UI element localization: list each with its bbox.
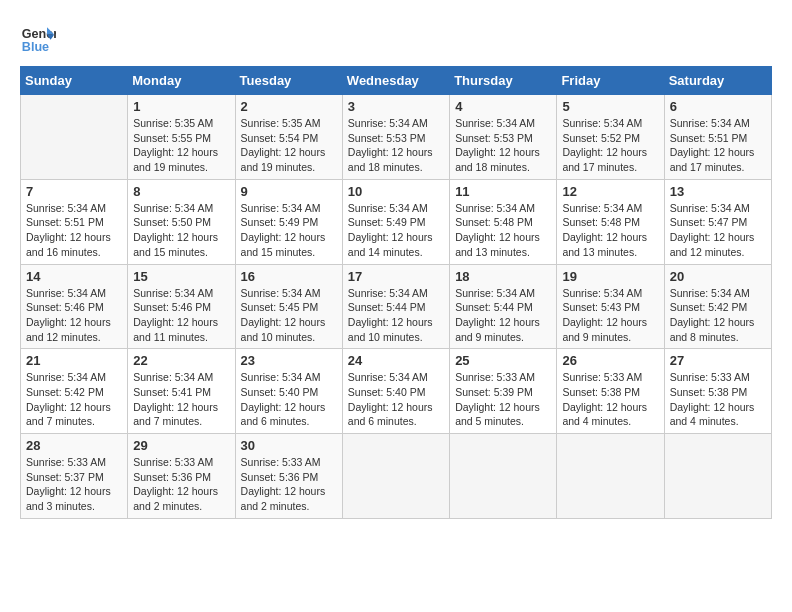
cell-sun-info: Sunrise: 5:34 AMSunset: 5:42 PMDaylight:… bbox=[670, 286, 766, 345]
week-row-2: 14Sunrise: 5:34 AMSunset: 5:46 PMDayligh… bbox=[21, 264, 772, 349]
calendar-cell: 20Sunrise: 5:34 AMSunset: 5:42 PMDayligh… bbox=[664, 264, 771, 349]
calendar-cell: 2Sunrise: 5:35 AMSunset: 5:54 PMDaylight… bbox=[235, 95, 342, 180]
day-number: 19 bbox=[562, 269, 658, 284]
cell-sun-info: Sunrise: 5:34 AMSunset: 5:51 PMDaylight:… bbox=[670, 116, 766, 175]
cell-sun-info: Sunrise: 5:34 AMSunset: 5:53 PMDaylight:… bbox=[455, 116, 551, 175]
calendar-cell: 13Sunrise: 5:34 AMSunset: 5:47 PMDayligh… bbox=[664, 179, 771, 264]
cell-sun-info: Sunrise: 5:34 AMSunset: 5:40 PMDaylight:… bbox=[348, 370, 444, 429]
calendar-cell bbox=[21, 95, 128, 180]
weekday-header-saturday: Saturday bbox=[664, 67, 771, 95]
day-number: 2 bbox=[241, 99, 337, 114]
cell-sun-info: Sunrise: 5:33 AMSunset: 5:38 PMDaylight:… bbox=[670, 370, 766, 429]
weekday-header-friday: Friday bbox=[557, 67, 664, 95]
cell-sun-info: Sunrise: 5:35 AMSunset: 5:55 PMDaylight:… bbox=[133, 116, 229, 175]
calendar-cell: 19Sunrise: 5:34 AMSunset: 5:43 PMDayligh… bbox=[557, 264, 664, 349]
cell-sun-info: Sunrise: 5:34 AMSunset: 5:41 PMDaylight:… bbox=[133, 370, 229, 429]
day-number: 26 bbox=[562, 353, 658, 368]
calendar-table: SundayMondayTuesdayWednesdayThursdayFrid… bbox=[20, 66, 772, 519]
cell-sun-info: Sunrise: 5:34 AMSunset: 5:43 PMDaylight:… bbox=[562, 286, 658, 345]
calendar-cell bbox=[557, 434, 664, 519]
calendar-cell: 30Sunrise: 5:33 AMSunset: 5:36 PMDayligh… bbox=[235, 434, 342, 519]
calendar-cell: 18Sunrise: 5:34 AMSunset: 5:44 PMDayligh… bbox=[450, 264, 557, 349]
day-number: 24 bbox=[348, 353, 444, 368]
day-number: 10 bbox=[348, 184, 444, 199]
day-number: 21 bbox=[26, 353, 122, 368]
calendar-cell: 6Sunrise: 5:34 AMSunset: 5:51 PMDaylight… bbox=[664, 95, 771, 180]
calendar-cell: 28Sunrise: 5:33 AMSunset: 5:37 PMDayligh… bbox=[21, 434, 128, 519]
day-number: 14 bbox=[26, 269, 122, 284]
cell-sun-info: Sunrise: 5:33 AMSunset: 5:36 PMDaylight:… bbox=[241, 455, 337, 514]
calendar-cell: 29Sunrise: 5:33 AMSunset: 5:36 PMDayligh… bbox=[128, 434, 235, 519]
cell-sun-info: Sunrise: 5:34 AMSunset: 5:45 PMDaylight:… bbox=[241, 286, 337, 345]
cell-sun-info: Sunrise: 5:34 AMSunset: 5:50 PMDaylight:… bbox=[133, 201, 229, 260]
day-number: 23 bbox=[241, 353, 337, 368]
cell-sun-info: Sunrise: 5:34 AMSunset: 5:48 PMDaylight:… bbox=[562, 201, 658, 260]
calendar-cell: 21Sunrise: 5:34 AMSunset: 5:42 PMDayligh… bbox=[21, 349, 128, 434]
calendar-cell: 12Sunrise: 5:34 AMSunset: 5:48 PMDayligh… bbox=[557, 179, 664, 264]
calendar-cell bbox=[342, 434, 449, 519]
logo: General Blue bbox=[20, 20, 60, 56]
cell-sun-info: Sunrise: 5:33 AMSunset: 5:37 PMDaylight:… bbox=[26, 455, 122, 514]
weekday-header-thursday: Thursday bbox=[450, 67, 557, 95]
cell-sun-info: Sunrise: 5:34 AMSunset: 5:46 PMDaylight:… bbox=[26, 286, 122, 345]
calendar-cell: 8Sunrise: 5:34 AMSunset: 5:50 PMDaylight… bbox=[128, 179, 235, 264]
cell-sun-info: Sunrise: 5:34 AMSunset: 5:44 PMDaylight:… bbox=[348, 286, 444, 345]
calendar-cell: 1Sunrise: 5:35 AMSunset: 5:55 PMDaylight… bbox=[128, 95, 235, 180]
calendar-cell: 5Sunrise: 5:34 AMSunset: 5:52 PMDaylight… bbox=[557, 95, 664, 180]
calendar-cell: 25Sunrise: 5:33 AMSunset: 5:39 PMDayligh… bbox=[450, 349, 557, 434]
day-number: 9 bbox=[241, 184, 337, 199]
calendar-cell bbox=[450, 434, 557, 519]
day-number: 7 bbox=[26, 184, 122, 199]
cell-sun-info: Sunrise: 5:35 AMSunset: 5:54 PMDaylight:… bbox=[241, 116, 337, 175]
day-number: 11 bbox=[455, 184, 551, 199]
calendar-cell: 17Sunrise: 5:34 AMSunset: 5:44 PMDayligh… bbox=[342, 264, 449, 349]
day-number: 6 bbox=[670, 99, 766, 114]
day-number: 12 bbox=[562, 184, 658, 199]
calendar-cell: 7Sunrise: 5:34 AMSunset: 5:51 PMDaylight… bbox=[21, 179, 128, 264]
day-number: 25 bbox=[455, 353, 551, 368]
day-number: 16 bbox=[241, 269, 337, 284]
calendar-cell: 23Sunrise: 5:34 AMSunset: 5:40 PMDayligh… bbox=[235, 349, 342, 434]
calendar-cell: 3Sunrise: 5:34 AMSunset: 5:53 PMDaylight… bbox=[342, 95, 449, 180]
calendar-cell: 26Sunrise: 5:33 AMSunset: 5:38 PMDayligh… bbox=[557, 349, 664, 434]
calendar-cell: 15Sunrise: 5:34 AMSunset: 5:46 PMDayligh… bbox=[128, 264, 235, 349]
day-number: 5 bbox=[562, 99, 658, 114]
weekday-header-monday: Monday bbox=[128, 67, 235, 95]
cell-sun-info: Sunrise: 5:33 AMSunset: 5:38 PMDaylight:… bbox=[562, 370, 658, 429]
calendar-cell: 27Sunrise: 5:33 AMSunset: 5:38 PMDayligh… bbox=[664, 349, 771, 434]
day-number: 1 bbox=[133, 99, 229, 114]
day-number: 17 bbox=[348, 269, 444, 284]
cell-sun-info: Sunrise: 5:34 AMSunset: 5:42 PMDaylight:… bbox=[26, 370, 122, 429]
logo-icon: General Blue bbox=[20, 20, 56, 56]
cell-sun-info: Sunrise: 5:34 AMSunset: 5:47 PMDaylight:… bbox=[670, 201, 766, 260]
calendar-cell: 14Sunrise: 5:34 AMSunset: 5:46 PMDayligh… bbox=[21, 264, 128, 349]
calendar-cell: 9Sunrise: 5:34 AMSunset: 5:49 PMDaylight… bbox=[235, 179, 342, 264]
day-number: 27 bbox=[670, 353, 766, 368]
week-row-0: 1Sunrise: 5:35 AMSunset: 5:55 PMDaylight… bbox=[21, 95, 772, 180]
cell-sun-info: Sunrise: 5:34 AMSunset: 5:40 PMDaylight:… bbox=[241, 370, 337, 429]
week-row-3: 21Sunrise: 5:34 AMSunset: 5:42 PMDayligh… bbox=[21, 349, 772, 434]
day-number: 30 bbox=[241, 438, 337, 453]
calendar-cell: 11Sunrise: 5:34 AMSunset: 5:48 PMDayligh… bbox=[450, 179, 557, 264]
day-number: 22 bbox=[133, 353, 229, 368]
day-number: 3 bbox=[348, 99, 444, 114]
week-row-4: 28Sunrise: 5:33 AMSunset: 5:37 PMDayligh… bbox=[21, 434, 772, 519]
calendar-cell: 24Sunrise: 5:34 AMSunset: 5:40 PMDayligh… bbox=[342, 349, 449, 434]
day-number: 18 bbox=[455, 269, 551, 284]
calendar-cell: 16Sunrise: 5:34 AMSunset: 5:45 PMDayligh… bbox=[235, 264, 342, 349]
day-number: 20 bbox=[670, 269, 766, 284]
cell-sun-info: Sunrise: 5:34 AMSunset: 5:51 PMDaylight:… bbox=[26, 201, 122, 260]
day-number: 4 bbox=[455, 99, 551, 114]
day-number: 29 bbox=[133, 438, 229, 453]
calendar-cell bbox=[664, 434, 771, 519]
cell-sun-info: Sunrise: 5:33 AMSunset: 5:36 PMDaylight:… bbox=[133, 455, 229, 514]
weekday-header-sunday: Sunday bbox=[21, 67, 128, 95]
cell-sun-info: Sunrise: 5:34 AMSunset: 5:49 PMDaylight:… bbox=[348, 201, 444, 260]
cell-sun-info: Sunrise: 5:33 AMSunset: 5:39 PMDaylight:… bbox=[455, 370, 551, 429]
cell-sun-info: Sunrise: 5:34 AMSunset: 5:46 PMDaylight:… bbox=[133, 286, 229, 345]
weekday-header-row: SundayMondayTuesdayWednesdayThursdayFrid… bbox=[21, 67, 772, 95]
cell-sun-info: Sunrise: 5:34 AMSunset: 5:49 PMDaylight:… bbox=[241, 201, 337, 260]
weekday-header-wednesday: Wednesday bbox=[342, 67, 449, 95]
day-number: 15 bbox=[133, 269, 229, 284]
day-number: 13 bbox=[670, 184, 766, 199]
